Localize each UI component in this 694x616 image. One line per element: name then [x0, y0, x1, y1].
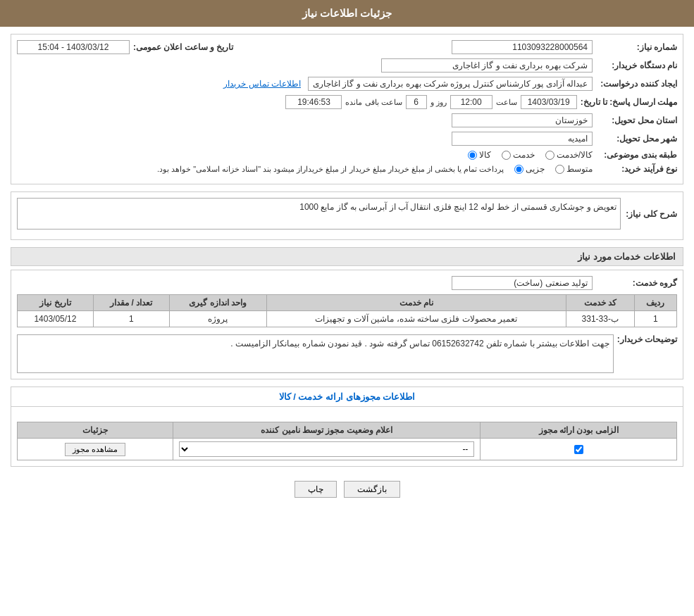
need-desc-label: شرح کلی نیاز: — [621, 209, 677, 219]
purchase-radio-group: متوسط جزیی — [514, 164, 593, 174]
row-request-number: شماره نیاز: 1103093228000564 تاریخ و ساع… — [17, 40, 677, 54]
announce-label: تاریخ و ساعت اعلان عمومی: — [130, 42, 233, 52]
permit-checkbox-container — [486, 445, 671, 454]
col-name: نام خدمت — [266, 295, 566, 311]
radio-kala-khedmat[interactable]: کالا/خدمت — [545, 150, 593, 160]
services-section: گروه خدمت: تولید صنعتی (ساخت) ردیف کد خد… — [11, 270, 683, 379]
request-number-value: 1103093228000564 — [452, 40, 593, 54]
service-cell-1: ب-33-331 — [566, 311, 634, 327]
row-service-group: گروه خدمت: تولید صنعتی (ساخت) — [17, 276, 677, 290]
services-section-title: اطلاعات خدمات مورد نیاز — [11, 247, 683, 266]
permits-content: الزامی بودن ارائه مجوز اعلام وضعیت مجوز … — [11, 413, 683, 466]
radio-jozii[interactable]: جزیی — [514, 164, 545, 174]
bottom-buttons: بازگشت چاپ — [11, 481, 683, 498]
radio-jozii-input[interactable] — [514, 165, 523, 174]
permits-section: اطلاعات مجوزهای ارائه خدمت / کالا الزامی… — [11, 386, 683, 467]
radio-kala-label: کالا — [479, 150, 491, 160]
permit-status-select[interactable]: -- — [179, 441, 474, 457]
radio-kala-input[interactable] — [468, 151, 477, 160]
permit-required-checkbox[interactable] — [574, 445, 583, 454]
row-creator: ایجاد کننده درخواست: عبداله آزادی پور کا… — [17, 77, 677, 91]
permit-required-cell — [481, 439, 677, 460]
row-province: استان محل تحویل: خوزستان — [17, 113, 677, 127]
response-remaining: 19:46:53 — [285, 95, 342, 109]
col-details: جزئیات — [18, 422, 173, 439]
city-label: شهر محل تحویل: — [593, 134, 677, 144]
service-cell-3: پروژه — [169, 311, 266, 327]
response-time-label: ساعت — [496, 98, 517, 107]
radio-motavasset-label: متوسط — [566, 164, 593, 174]
request-number-label: شماره نیاز: — [593, 42, 677, 52]
row-response-date: مهلت ارسال پاسخ: تا تاریخ: 1403/03/19 سا… — [17, 95, 677, 109]
contact-link[interactable]: اطلاعات تماس خریدار — [223, 79, 301, 89]
buyer-notes-row: توضیحات خریدار: جهت اطلاعات بیشتر با شما… — [17, 334, 677, 373]
col-date: تاریخ نیاز — [18, 295, 94, 311]
back-button[interactable]: بازگشت — [344, 481, 400, 498]
purchase-note: پرداخت تمام یا بخشی از مبلغ خریدار مبلغ … — [157, 165, 504, 174]
col-code: کد خدمت — [566, 295, 634, 311]
page-header: جزئیات اطلاعات نیاز — [0, 0, 694, 27]
radio-khedmat-input[interactable] — [502, 151, 511, 160]
category-label: طبقه بندی موضوعی: — [593, 150, 677, 160]
permits-title: اطلاعات مجوزهای ارائه خدمت / کالا — [11, 387, 683, 407]
creator-value: عبداله آزادی پور کارشناس کنترل پروژه شرک… — [308, 77, 593, 91]
radio-kala-khedmat-input[interactable] — [545, 151, 554, 160]
city-value: امیدیه — [452, 132, 593, 146]
main-info-section: شماره نیاز: 1103093228000564 تاریخ و ساع… — [11, 34, 683, 184]
response-time: 12:00 — [450, 95, 492, 109]
province-label: استان محل تحویل: — [593, 115, 677, 125]
response-date-label: مهلت ارسال پاسخ: تا تاریخ: — [577, 97, 677, 107]
purchase-type-label: نوع فرآیند خرید: — [593, 164, 677, 174]
col-unit: واحد اندازه گیری — [169, 295, 266, 311]
buyer-notes-value: جهت اطلاعات بیشتر با شماره تلفن 06152632… — [17, 334, 614, 373]
service-group-value: تولید صنعتی (ساخت) — [452, 276, 593, 290]
radio-jozii-label: جزیی — [526, 164, 545, 174]
service-cell-5: 1403/05/12 — [18, 311, 94, 327]
services-table: ردیف کد خدمت نام خدمت واحد اندازه گیری ت… — [17, 294, 677, 327]
row-buyer: نام دستگاه خریدار: شرکت بهره برداری نفت … — [17, 58, 677, 73]
buyer-label: نام دستگاه خریدار: — [593, 61, 677, 70]
buyer-notes-container: جهت اطلاعات بیشتر با شماره تلفن 06152632… — [17, 334, 614, 373]
need-desc-value: تعویض و جوشکاری قسمتی از خط لوله 12 اینچ… — [17, 198, 621, 230]
permits-table: الزامی بودن ارائه مجوز اعلام وضعیت مجوز … — [17, 422, 677, 460]
radio-kala[interactable]: کالا — [468, 150, 491, 160]
buyer-value: شرکت بهره برداری نفت و گاز اغاجاری — [381, 58, 593, 73]
province-value: خوزستان — [452, 113, 593, 127]
need-desc-section: شرح کلی نیاز: تعویض و جوشکاری قسمتی از خ… — [11, 191, 683, 240]
row-category: طبقه بندی موضوعی: کالا/خدمت خدمت کالا — [17, 150, 677, 160]
col-required: الزامی بودن ارائه مجوز — [481, 422, 677, 439]
service-cell-0: 1 — [634, 311, 676, 327]
creator-label: ایجاد کننده درخواست: — [593, 79, 677, 89]
response-remaining-label: ساعت باقی مانده — [345, 98, 402, 107]
service-cell-4: 1 — [93, 311, 169, 327]
radio-khedmat[interactable]: خدمت — [502, 150, 535, 160]
col-qty: تعداد / مقدار — [93, 295, 169, 311]
radio-motavasset[interactable]: متوسط — [555, 164, 593, 174]
response-date: 1403/03/19 — [521, 95, 577, 109]
permit-status-cell: -- — [173, 439, 480, 460]
row-purchase-type: نوع فرآیند خرید: متوسط جزیی پرداخت تمام … — [17, 164, 677, 174]
print-button[interactable]: چاپ — [295, 481, 337, 498]
category-radio-group: کالا/خدمت خدمت کالا — [468, 150, 593, 160]
buyer-notes-label: توضیحات خریدار: — [614, 334, 677, 344]
service-cell-2: تعمیر محصولات فلزی ساخته شده، ماشین آلات… — [266, 311, 566, 327]
date-row: 1403/03/19 ساعت 12:00 روز و 6 ساعت باقی … — [285, 95, 576, 109]
col-row: ردیف — [634, 295, 676, 311]
permit-row: -- مشاهده مجوز — [18, 439, 677, 460]
service-group-label: گروه خدمت: — [593, 278, 677, 288]
radio-khedmat-label: خدمت — [513, 150, 535, 160]
service-table-row: 1ب-33-331تعمیر محصولات فلزی ساخته شده، م… — [18, 311, 677, 327]
row-city: شهر محل تحویل: امیدیه — [17, 132, 677, 146]
announce-value: 1403/03/12 - 15:04 — [17, 40, 130, 54]
need-desc-container: تعویض و جوشکاری قسمتی از خط لوله 12 اینچ… — [17, 198, 621, 230]
view-permit-button[interactable]: مشاهده مجوز — [65, 443, 125, 456]
response-days-label: روز و — [430, 98, 447, 107]
col-status: اعلام وضعیت مجوز توسط نامین کننده — [173, 422, 480, 439]
row-need-desc: شرح کلی نیاز: تعویض و جوشکاری قسمتی از خ… — [17, 198, 677, 230]
response-days: 6 — [406, 95, 427, 109]
page-title: جزئیات اطلاعات نیاز — [302, 7, 392, 19]
radio-motavasset-input[interactable] — [555, 165, 564, 174]
radio-kala-khedmat-label: کالا/خدمت — [557, 150, 593, 160]
permit-details-cell: مشاهده مجوز — [18, 439, 173, 460]
